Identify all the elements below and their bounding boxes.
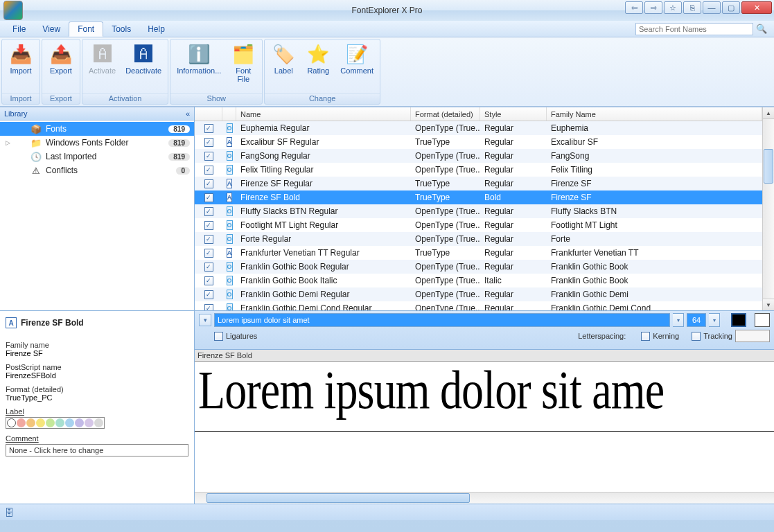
- label-button[interactable]: 🏷️ Label: [267, 42, 300, 76]
- menu-view[interactable]: View: [34, 22, 69, 36]
- header-icon[interactable]: [222, 107, 236, 121]
- table-row[interactable]: ✓OForte RegularOpenType (True...RegularF…: [195, 232, 762, 246]
- table-row[interactable]: ✓OFranklin Gothic Demi Cond RegularOpenT…: [195, 301, 762, 310]
- table-row[interactable]: ✓OFangSong RegularOpenType (True...Regul…: [195, 149, 762, 163]
- table-row[interactable]: ✓AExcalibur SF RegularTrueTypeRegularExc…: [195, 135, 762, 149]
- comment-button[interactable]: 📝 Comment: [336, 42, 378, 76]
- table-row[interactable]: ✓OFranklin Gothic Demi RegularOpenType (…: [195, 287, 762, 301]
- preview-collapse-button[interactable]: ▾: [199, 314, 211, 326]
- font-type-icon: O: [222, 261, 236, 272]
- row-checkbox[interactable]: ✓: [195, 276, 222, 286]
- row-checkbox[interactable]: ✓: [195, 193, 222, 203]
- bg-color-swatch[interactable]: [755, 313, 770, 327]
- sidebar-item-last-imported[interactable]: 🕓Last Imported819: [0, 150, 194, 163]
- label-swatch[interactable]: [85, 418, 94, 427]
- menu-help[interactable]: Help: [139, 22, 173, 36]
- deactivate-button[interactable]: 🅰 Deactivate: [121, 42, 166, 76]
- scroll-thumb[interactable]: [764, 149, 773, 184]
- header-family[interactable]: Family Name: [547, 107, 762, 121]
- row-checkbox[interactable]: ✓: [195, 220, 222, 231]
- comment-label: Comment: [6, 434, 188, 443]
- scroll-up-icon[interactable]: ▲: [763, 107, 774, 119]
- preview-text-dropdown[interactable]: ▾: [673, 313, 684, 327]
- menu-file[interactable]: File: [4, 22, 34, 36]
- tracking-checkbox[interactable]: [692, 332, 701, 341]
- header-name[interactable]: Name: [236, 107, 411, 121]
- row-checkbox[interactable]: ✓: [195, 248, 222, 258]
- nav-back-button[interactable]: ⇦: [625, 1, 643, 14]
- row-checkbox[interactable]: ✓: [195, 303, 222, 311]
- row-checkbox[interactable]: ✓: [195, 179, 222, 189]
- window-title: FontExplorer X Pro: [351, 6, 422, 15]
- tree-item-label: Fonts: [46, 124, 67, 134]
- minimize-button[interactable]: —: [703, 1, 721, 14]
- label-swatch[interactable]: [36, 418, 45, 427]
- sidebar-item-windows-fonts-folder[interactable]: ▷📁Windows Fonts Folder819: [0, 136, 194, 150]
- cell-style: Regular: [480, 247, 547, 258]
- scroll-down-icon[interactable]: ▼: [763, 299, 774, 310]
- library-header[interactable]: Library «: [0, 107, 194, 121]
- label-swatch[interactable]: [7, 418, 16, 427]
- search-icon[interactable]: 🔍: [756, 24, 767, 34]
- label-swatch[interactable]: [46, 418, 55, 427]
- table-row[interactable]: ✓OFranklin Gothic Book ItalicOpenType (T…: [195, 274, 762, 287]
- hscroll-thumb[interactable]: [206, 493, 470, 503]
- table-row[interactable]: ✓OEuphemia RegularOpenType (True...Regul…: [195, 121, 762, 135]
- sidebar-item-fonts[interactable]: 📦Fonts819: [0, 122, 194, 136]
- label-swatches[interactable]: [6, 417, 105, 429]
- ligatures-checkbox[interactable]: [214, 332, 223, 341]
- rating-button[interactable]: ⭐ Rating: [301, 42, 335, 76]
- row-checkbox[interactable]: ✓: [195, 262, 222, 272]
- search-input[interactable]: [635, 23, 753, 35]
- expander-icon[interactable]: ▷: [6, 139, 10, 146]
- row-checkbox[interactable]: ✓: [195, 137, 222, 148]
- favorite-button[interactable]: ☆: [664, 1, 682, 14]
- row-checkbox[interactable]: ✓: [195, 123, 222, 134]
- tracking-input[interactable]: [735, 330, 770, 342]
- vertical-scrollbar[interactable]: ▲ ▼: [762, 107, 774, 310]
- horizontal-scrollbar[interactable]: [195, 492, 774, 504]
- information-button[interactable]: ℹ️ Information...: [173, 42, 225, 76]
- table-row[interactable]: ✓OFootlight MT Light RegularOpenType (Tr…: [195, 218, 762, 232]
- row-checkbox[interactable]: ✓: [195, 290, 222, 300]
- sidebar-item-conflicts[interactable]: ⚠Conflicts0: [0, 163, 194, 177]
- table-row[interactable]: ✓AFrankfurter Venetian TT RegularTrueTyp…: [195, 246, 762, 260]
- preview-text-input[interactable]: [214, 313, 670, 327]
- table-row[interactable]: ✓OFelix Titling RegularOpenType (True...…: [195, 163, 762, 177]
- size-input[interactable]: [687, 313, 706, 327]
- collapse-icon[interactable]: «: [186, 109, 190, 118]
- header-check[interactable]: [195, 107, 222, 121]
- tree-item-icon: 📁: [30, 137, 42, 148]
- table-row[interactable]: ✓OFranklin Gothic Book RegularOpenType (…: [195, 260, 762, 274]
- cell-format: OpenType (True...: [411, 123, 480, 134]
- table-row[interactable]: ✓AFirenze SF BoldTrueTypeBoldFirenze SF: [195, 190, 762, 204]
- cell-family: Euphemia: [547, 123, 762, 134]
- label-swatch[interactable]: [65, 418, 74, 427]
- comment-input[interactable]: None - Click here to change: [6, 444, 188, 456]
- row-checkbox[interactable]: ✓: [195, 234, 222, 245]
- label-swatch[interactable]: [17, 418, 26, 427]
- label-swatch[interactable]: [55, 418, 64, 427]
- label-swatch[interactable]: [94, 418, 103, 427]
- menu-font[interactable]: Font: [69, 21, 103, 37]
- row-checkbox[interactable]: ✓: [195, 165, 222, 175]
- close-button[interactable]: ✕: [741, 1, 772, 14]
- size-dropdown[interactable]: ▾: [709, 313, 720, 327]
- header-style[interactable]: Style: [480, 107, 547, 121]
- fg-color-swatch[interactable]: [731, 313, 746, 327]
- table-row[interactable]: ✓OFluffy Slacks BTN RegularOpenType (Tru…: [195, 204, 762, 218]
- header-format[interactable]: Format (detailed): [411, 107, 480, 121]
- maximize-button[interactable]: ▢: [722, 1, 740, 14]
- row-checkbox[interactable]: ✓: [195, 206, 222, 217]
- label-swatch[interactable]: [75, 418, 84, 427]
- fontfile-button[interactable]: 🗂️ Font File: [227, 42, 260, 85]
- pin-button[interactable]: ⎘: [683, 1, 701, 14]
- label-swatch[interactable]: [26, 418, 35, 427]
- row-checkbox[interactable]: ✓: [195, 151, 222, 161]
- import-button[interactable]: 📥 Import: [4, 42, 37, 76]
- table-row[interactable]: ✓AFirenze SF RegularTrueTypeRegularFiren…: [195, 177, 762, 190]
- nav-fwd-button[interactable]: ⇨: [644, 1, 662, 14]
- export-button[interactable]: 📤 Export: [44, 42, 78, 76]
- menu-tools[interactable]: Tools: [103, 22, 139, 36]
- kerning-checkbox[interactable]: [641, 332, 650, 341]
